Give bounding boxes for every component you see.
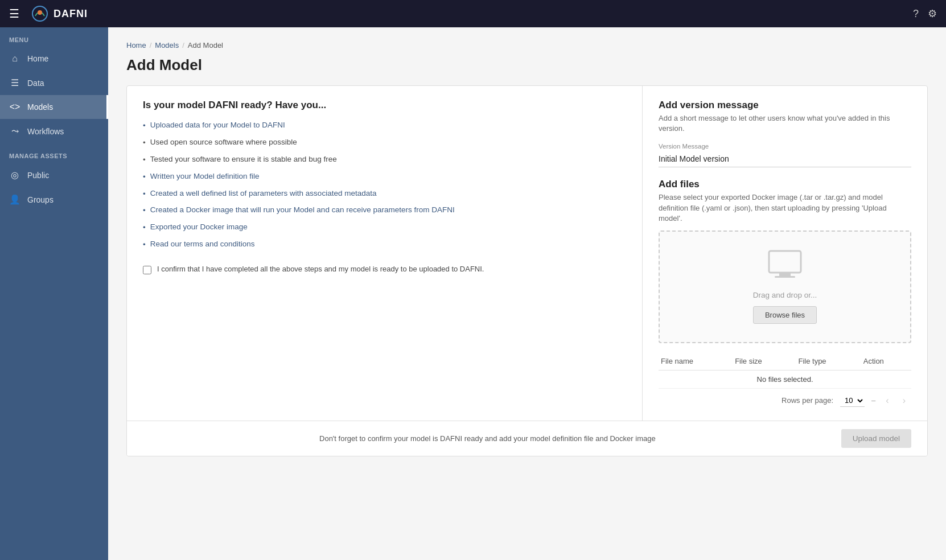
sidebar-item-data[interactable]: ☰ Data	[0, 71, 108, 95]
footer-bar: Don't forget to confirm your model is DA…	[127, 421, 927, 456]
checklist-item-0: Uploaded data for your Model to DAFNI	[143, 120, 626, 131]
file-table: File name File size File type Action No …	[659, 352, 911, 389]
checklist-item-5-text[interactable]: Created a Docker image that will run you…	[150, 205, 455, 216]
checklist-item-7-text[interactable]: Read our terms and conditions	[150, 239, 255, 250]
checklist-item-4: Created a well defined list of parameter…	[143, 188, 626, 200]
upload-model-button[interactable]: Upload model	[841, 429, 911, 448]
col-action: Action	[861, 352, 911, 370]
models-icon: <>	[9, 102, 20, 112]
add-files-desc: Please select your exported Docker image…	[659, 192, 911, 224]
topbar: ☰ DAFNI ? ⚙	[0, 0, 946, 27]
checklist-item-3: Written your Model definition file	[143, 171, 626, 183]
pagination-row: Rows per page: 5 10 25 50 – ‹ ›	[659, 389, 911, 407]
public-icon: ◎	[9, 170, 20, 180]
breadcrumb-current: Add Model	[188, 41, 223, 50]
breadcrumb: Home / Models / Add Model	[126, 41, 928, 50]
dropzone[interactable]: Drag and drop or... Browse files	[659, 230, 911, 343]
col-filetype: File type	[796, 352, 861, 370]
breadcrumb-home[interactable]: Home	[126, 41, 146, 50]
logo-text: DAFNI	[54, 8, 88, 20]
checklist-item-5: Created a Docker image that will run you…	[143, 205, 626, 216]
checklist-item-2-text: Tested your software to ensure it is sta…	[150, 154, 337, 165]
topbar-logo: ☰ DAFNI	[9, 5, 913, 23]
breadcrumb-sep-2: /	[182, 41, 184, 50]
pagination-count: –	[871, 396, 875, 405]
checklist-item-1-text: Used open source software where possible	[150, 137, 297, 148]
version-message-subtitle: Add a short message to let other users k…	[659, 113, 911, 134]
browse-files-button[interactable]: Browse files	[753, 306, 817, 324]
no-files-row: No files selected.	[659, 370, 911, 388]
sidebar-item-groups-label: Groups	[27, 195, 54, 204]
sidebar-item-workflows-label: Workflows	[27, 127, 64, 136]
svg-rect-4	[775, 276, 795, 278]
left-panel: Is your model DAFNI ready? Have you... U…	[127, 86, 643, 421]
checklist-item-6: Exported your Docker image	[143, 222, 626, 233]
checklist-item-2: Tested your software to ensure it is sta…	[143, 154, 626, 166]
checklist-item-6-text[interactable]: Exported your Docker image	[150, 222, 248, 233]
svg-rect-2	[769, 251, 801, 273]
checklist-title: Is your model DAFNI ready? Have you...	[143, 100, 626, 111]
rows-per-page-label: Rows per page:	[782, 396, 833, 405]
workflows-icon: ⤳	[9, 126, 20, 137]
add-model-card: Is your model DAFNI ready? Have you... U…	[126, 85, 928, 456]
sidebar-item-models[interactable]: <> Models	[0, 95, 108, 119]
monitor-icon	[767, 250, 803, 284]
sidebar-item-home-label: Home	[27, 54, 48, 63]
topbar-right: ? ⚙	[913, 7, 937, 20]
help-icon[interactable]: ?	[913, 8, 919, 20]
manage-assets-section-label: MANAGE ASSETS	[0, 143, 108, 163]
confirm-label: I confirm that I have completed all the …	[157, 264, 484, 274]
pagination-prev-button[interactable]: ‹	[882, 394, 892, 407]
checklist-item-1: Used open source software where possible	[143, 137, 626, 149]
version-message-field-label: Version Message	[659, 143, 911, 150]
svg-point-1	[38, 10, 42, 15]
data-icon: ☰	[9, 77, 20, 88]
breadcrumb-sep-1: /	[150, 41, 152, 50]
card-inner: Is your model DAFNI ready? Have you... U…	[127, 86, 927, 421]
col-filesize: File size	[733, 352, 796, 370]
no-files-message: No files selected.	[659, 370, 911, 388]
sidebar: MENU ⌂ Home ☰ Data <> Models ⤳ Workflows…	[0, 27, 108, 560]
sidebar-item-groups[interactable]: 👤 Groups	[0, 187, 108, 212]
confirm-checkbox[interactable]	[143, 266, 151, 274]
pagination-next-button[interactable]: ›	[899, 394, 909, 407]
sidebar-item-home[interactable]: ⌂ Home	[0, 47, 108, 71]
main-layout: MENU ⌂ Home ☰ Data <> Models ⤳ Workflows…	[0, 27, 946, 560]
checklist: Uploaded data for your Model to DAFNI Us…	[143, 120, 626, 250]
add-files-title: Add files	[659, 179, 911, 190]
dropzone-text: Drag and drop or...	[753, 291, 817, 299]
breadcrumb-models[interactable]: Models	[155, 41, 179, 50]
sidebar-item-data-label: Data	[27, 79, 44, 88]
groups-icon: 👤	[9, 194, 20, 205]
svg-rect-3	[779, 273, 791, 276]
checklist-item-4-text[interactable]: Created a well defined list of parameter…	[150, 188, 377, 199]
menu-section-label: MENU	[0, 27, 108, 47]
content-area: Home / Models / Add Model Add Model Is y…	[108, 27, 946, 560]
home-icon: ⌂	[9, 53, 20, 64]
checklist-item-0-text[interactable]: Uploaded data for your Model to DAFNI	[150, 120, 285, 131]
checklist-item-3-text[interactable]: Written your Model definition file	[150, 171, 260, 182]
page-title: Add Model	[126, 56, 928, 74]
sidebar-item-models-label: Models	[27, 102, 53, 112]
menu-icon[interactable]: ☰	[9, 7, 19, 20]
sidebar-item-workflows[interactable]: ⤳ Workflows	[0, 119, 108, 143]
checklist-item-7: Read our terms and conditions	[143, 239, 626, 250]
dafni-logo-icon	[31, 5, 49, 23]
sidebar-item-public-label: Public	[27, 171, 49, 180]
settings-icon[interactable]: ⚙	[928, 7, 937, 20]
col-filename: File name	[659, 352, 733, 370]
right-panel: Add version message Add a short message …	[643, 86, 927, 421]
footer-message: Don't forget to confirm your model is DA…	[143, 434, 832, 443]
confirm-row: I confirm that I have completed all the …	[143, 264, 626, 274]
rows-per-page-select[interactable]: 5 10 25 50	[840, 394, 865, 407]
version-message-input[interactable]	[659, 152, 911, 167]
sidebar-item-public[interactable]: ◎ Public	[0, 163, 108, 187]
version-message-title: Add version message	[659, 100, 911, 111]
